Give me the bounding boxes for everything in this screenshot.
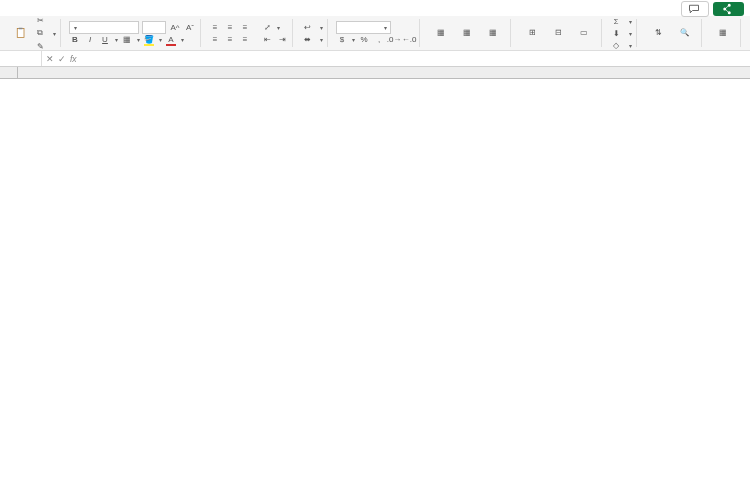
addins-button[interactable]: ▦ <box>710 27 736 40</box>
align-left-button[interactable]: ≡ <box>209 33 221 45</box>
addins-icon: ▦ <box>717 27 729 39</box>
share-icon <box>721 3 733 15</box>
merge-icon: ⬌ <box>301 33 313 45</box>
format-as-table-button[interactable]: ▦ <box>454 27 480 40</box>
border-button[interactable]: ▦ <box>121 34 133 46</box>
styles-icon: ▦ <box>487 27 499 39</box>
enter-formula-button[interactable]: ✓ <box>58 54 66 64</box>
fill-button[interactable]: ⬇▾ <box>610 27 632 39</box>
fill-icon: ⬇ <box>610 27 622 39</box>
align-top-button[interactable]: ≡ <box>209 21 221 33</box>
cancel-formula-button[interactable]: ✕ <box>46 54 54 64</box>
comma-button[interactable]: , <box>373 34 385 46</box>
share-button[interactable] <box>713 2 744 16</box>
increase-font-button[interactable]: A^ <box>169 21 181 33</box>
insert-icon: ⊞ <box>526 27 538 39</box>
svg-rect-0 <box>17 28 24 37</box>
sum-icon: Σ <box>610 15 622 27</box>
merge-center-button[interactable]: ⬌▾ <box>301 33 323 45</box>
font-color-button[interactable]: A <box>165 34 177 46</box>
orientation-button[interactable]: ⤢ <box>261 21 273 33</box>
sort-icon: ⇅ <box>652 27 664 39</box>
insert-cells-button[interactable]: ⊞ <box>519 27 545 40</box>
indent-left-button[interactable]: ⇤ <box>261 33 273 45</box>
paste-button[interactable] <box>8 27 34 40</box>
decrease-font-button[interactable]: Aˇ <box>184 21 196 33</box>
percent-button[interactable]: % <box>358 34 370 46</box>
worksheet[interactable] <box>0 67 750 79</box>
font-name-select[interactable]: ▾ <box>69 21 139 34</box>
find-select-button[interactable]: 🔍 <box>671 27 697 40</box>
name-box[interactable] <box>0 51 42 66</box>
clear-button[interactable]: ◇▾ <box>610 39 632 51</box>
autosum-button[interactable]: Σ▾ <box>610 15 632 27</box>
increase-decimal-button[interactable]: .0→ <box>388 34 400 46</box>
currency-button[interactable]: $ <box>336 34 348 46</box>
align-middle-button[interactable]: ≡ <box>224 21 236 33</box>
svg-rect-1 <box>19 27 23 29</box>
clear-icon: ◇ <box>610 39 622 51</box>
copy-icon: ⧉ <box>34 27 46 39</box>
wrap-text-button[interactable]: ↩▾ <box>301 21 323 33</box>
cell-styles-button[interactable]: ▦ <box>480 27 506 40</box>
comments-button[interactable] <box>681 1 709 17</box>
fx-button[interactable]: fx <box>70 54 77 64</box>
format-cells-button[interactable]: ▭ <box>571 27 597 40</box>
formula-bar: ✕ ✓ fx <box>0 50 750 66</box>
select-all-corner[interactable] <box>0 67 18 78</box>
align-bottom-button[interactable]: ≡ <box>239 21 251 33</box>
indent-right-button[interactable]: ⇥ <box>276 33 288 45</box>
wrap-icon: ↩ <box>301 21 313 33</box>
font-size-select[interactable] <box>142 21 166 34</box>
cut-button[interactable]: ✂ <box>34 14 56 26</box>
paste-icon <box>15 27 27 39</box>
align-right-button[interactable]: ≡ <box>239 33 251 45</box>
format-icon: ▭ <box>578 27 590 39</box>
underline-button[interactable]: U <box>99 34 111 46</box>
ribbon: ✂ ⧉▾ ✎ ▾ A^ Aˇ B I U▾ ▦▾ 🪣▾ A▾ <box>0 16 750 50</box>
sort-filter-button[interactable]: ⇅ <box>645 27 671 40</box>
cond-fmt-icon: ▦ <box>435 27 447 39</box>
italic-button[interactable]: I <box>84 34 96 46</box>
copy-button[interactable]: ⧉▾ <box>34 27 56 39</box>
ribbon-tabs <box>0 0 750 16</box>
decrease-decimal-button[interactable]: ←.0 <box>403 34 415 46</box>
delete-icon: ⊟ <box>552 27 564 39</box>
find-icon: 🔍 <box>678 27 690 39</box>
comment-icon <box>688 3 700 15</box>
conditional-formatting-button[interactable]: ▦ <box>428 27 454 40</box>
cut-icon: ✂ <box>34 14 46 26</box>
delete-cells-button[interactable]: ⊟ <box>545 27 571 40</box>
number-format-select[interactable]: ▾ <box>336 21 391 34</box>
align-center-button[interactable]: ≡ <box>224 33 236 45</box>
fill-color-button[interactable]: 🪣 <box>143 34 155 46</box>
bold-button[interactable]: B <box>69 34 81 46</box>
table-icon: ▦ <box>461 27 473 39</box>
